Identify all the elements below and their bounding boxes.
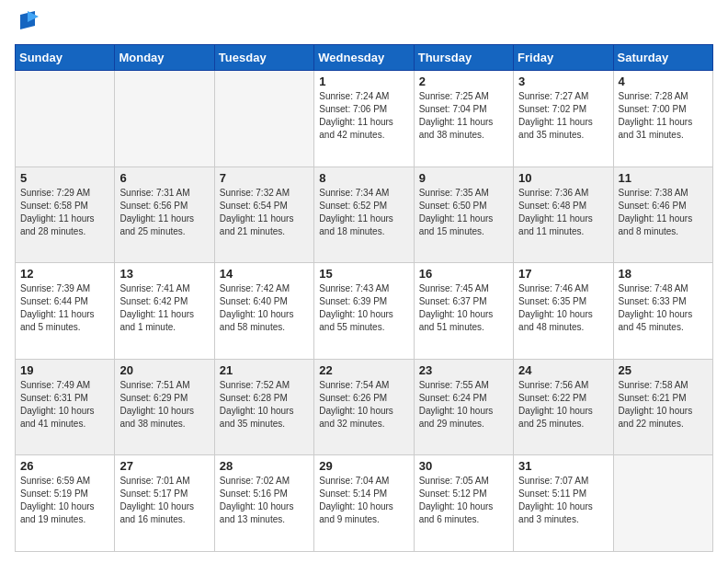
day-info: Sunrise: 7:45 AM Sunset: 6:37 PM Dayligh… <box>419 282 508 334</box>
day-number: 17 <box>518 267 608 281</box>
calendar-cell: 11Sunrise: 7:38 AM Sunset: 6:46 PM Dayli… <box>613 167 712 263</box>
calendar-table: SundayMondayTuesdayWednesdayThursdayFrid… <box>15 44 713 552</box>
calendar-cell: 26Sunrise: 6:59 AM Sunset: 5:19 PM Dayli… <box>16 455 115 552</box>
calendar-cell: 15Sunrise: 7:43 AM Sunset: 6:39 PM Dayli… <box>314 263 414 360</box>
day-info: Sunrise: 7:54 AM Sunset: 6:26 PM Dayligh… <box>319 379 408 431</box>
calendar-cell: 19Sunrise: 7:49 AM Sunset: 6:31 PM Dayli… <box>16 359 115 455</box>
day-number: 16 <box>419 267 508 281</box>
day-info: Sunrise: 7:28 AM Sunset: 7:00 PM Dayligh… <box>619 90 708 142</box>
day-info: Sunrise: 7:01 AM Sunset: 5:17 PM Dayligh… <box>119 475 209 526</box>
day-header-thursday: Thursday <box>414 45 513 71</box>
calendar-cell: 2Sunrise: 7:25 AM Sunset: 7:04 PM Daylig… <box>414 71 513 167</box>
calendar-cell: 17Sunrise: 7:46 AM Sunset: 6:35 PM Dayli… <box>514 263 613 360</box>
day-info: Sunrise: 7:43 AM Sunset: 6:39 PM Dayligh… <box>319 282 408 334</box>
calendar-cell: 30Sunrise: 7:05 AM Sunset: 5:12 PM Dayli… <box>414 455 513 552</box>
day-number: 1 <box>319 75 408 88</box>
day-info: Sunrise: 7:05 AM Sunset: 5:12 PM Dayligh… <box>419 475 508 526</box>
header <box>15 11 713 35</box>
day-info: Sunrise: 7:42 AM Sunset: 6:40 PM Dayligh… <box>220 282 309 334</box>
calendar-cell: 28Sunrise: 7:02 AM Sunset: 5:16 PM Dayli… <box>214 455 313 552</box>
day-info: Sunrise: 7:31 AM Sunset: 6:56 PM Dayligh… <box>119 187 209 238</box>
calendar-cell: 1Sunrise: 7:24 AM Sunset: 7:06 PM Daylig… <box>314 71 414 167</box>
calendar-week-2: 5Sunrise: 7:29 AM Sunset: 6:58 PM Daylig… <box>16 167 713 263</box>
calendar-cell <box>115 71 214 167</box>
day-info: Sunrise: 7:24 AM Sunset: 7:06 PM Dayligh… <box>319 90 408 142</box>
calendar-cell: 16Sunrise: 7:45 AM Sunset: 6:37 PM Dayli… <box>414 263 513 360</box>
calendar-cell <box>214 71 313 167</box>
day-info: Sunrise: 7:04 AM Sunset: 5:14 PM Dayligh… <box>319 475 408 526</box>
calendar-cell: 21Sunrise: 7:52 AM Sunset: 6:28 PM Dayli… <box>214 359 313 455</box>
calendar-cell: 8Sunrise: 7:34 AM Sunset: 6:52 PM Daylig… <box>314 167 414 263</box>
day-info: Sunrise: 7:07 AM Sunset: 5:11 PM Dayligh… <box>518 475 608 526</box>
day-info: Sunrise: 7:29 AM Sunset: 6:58 PM Dayligh… <box>20 187 109 238</box>
day-number: 3 <box>518 75 608 88</box>
day-number: 22 <box>319 363 408 377</box>
calendar-cell: 23Sunrise: 7:55 AM Sunset: 6:24 PM Dayli… <box>414 359 513 455</box>
day-header-sunday: Sunday <box>16 45 115 71</box>
day-number: 5 <box>20 171 109 185</box>
day-info: Sunrise: 7:39 AM Sunset: 6:44 PM Dayligh… <box>20 282 109 334</box>
day-number: 7 <box>220 171 309 185</box>
day-info: Sunrise: 7:56 AM Sunset: 6:22 PM Dayligh… <box>518 379 608 431</box>
day-info: Sunrise: 7:32 AM Sunset: 6:54 PM Dayligh… <box>220 187 309 238</box>
day-number: 29 <box>319 459 408 473</box>
calendar-cell: 27Sunrise: 7:01 AM Sunset: 5:17 PM Dayli… <box>115 455 214 552</box>
day-info: Sunrise: 7:38 AM Sunset: 6:46 PM Dayligh… <box>619 187 708 238</box>
calendar-cell: 25Sunrise: 7:58 AM Sunset: 6:21 PM Dayli… <box>613 359 712 455</box>
day-info: Sunrise: 7:58 AM Sunset: 6:21 PM Dayligh… <box>619 379 708 431</box>
calendar-cell: 14Sunrise: 7:42 AM Sunset: 6:40 PM Dayli… <box>214 263 313 360</box>
calendar-cell: 20Sunrise: 7:51 AM Sunset: 6:29 PM Dayli… <box>115 359 214 455</box>
day-number: 9 <box>419 171 508 185</box>
day-info: Sunrise: 7:49 AM Sunset: 6:31 PM Dayligh… <box>20 379 109 431</box>
day-info: Sunrise: 7:41 AM Sunset: 6:42 PM Dayligh… <box>119 282 209 334</box>
day-number: 2 <box>419 75 508 88</box>
day-number: 14 <box>220 267 309 281</box>
calendar-cell: 29Sunrise: 7:04 AM Sunset: 5:14 PM Dayli… <box>314 455 414 552</box>
day-info: Sunrise: 7:02 AM Sunset: 5:16 PM Dayligh… <box>220 475 309 526</box>
day-number: 23 <box>419 363 508 377</box>
calendar-cell: 22Sunrise: 7:54 AM Sunset: 6:26 PM Dayli… <box>314 359 414 455</box>
day-number: 28 <box>220 459 309 473</box>
day-number: 20 <box>119 363 209 377</box>
calendar-cell: 9Sunrise: 7:35 AM Sunset: 6:50 PM Daylig… <box>414 167 513 263</box>
day-number: 4 <box>619 75 708 88</box>
day-header-friday: Friday <box>514 45 613 71</box>
day-info: Sunrise: 7:51 AM Sunset: 6:29 PM Dayligh… <box>119 379 209 431</box>
calendar-cell: 6Sunrise: 7:31 AM Sunset: 6:56 PM Daylig… <box>115 167 214 263</box>
day-number: 24 <box>518 363 608 377</box>
logo-icon <box>17 9 39 35</box>
day-info: Sunrise: 7:35 AM Sunset: 6:50 PM Dayligh… <box>419 187 508 238</box>
day-number: 12 <box>20 267 109 281</box>
day-header-saturday: Saturday <box>613 45 712 71</box>
day-header-wednesday: Wednesday <box>314 45 414 71</box>
day-number: 15 <box>319 267 408 281</box>
day-info: Sunrise: 7:46 AM Sunset: 6:35 PM Dayligh… <box>518 282 608 334</box>
day-info: Sunrise: 7:34 AM Sunset: 6:52 PM Dayligh… <box>319 187 408 238</box>
calendar-cell: 3Sunrise: 7:27 AM Sunset: 7:02 PM Daylig… <box>514 71 613 167</box>
calendar-week-4: 19Sunrise: 7:49 AM Sunset: 6:31 PM Dayli… <box>16 359 713 455</box>
calendar-cell: 10Sunrise: 7:36 AM Sunset: 6:48 PM Dayli… <box>514 167 613 263</box>
calendar-cell: 24Sunrise: 7:56 AM Sunset: 6:22 PM Dayli… <box>514 359 613 455</box>
calendar-cell: 7Sunrise: 7:32 AM Sunset: 6:54 PM Daylig… <box>214 167 313 263</box>
day-number: 19 <box>20 363 109 377</box>
calendar-week-3: 12Sunrise: 7:39 AM Sunset: 6:44 PM Dayli… <box>16 263 713 360</box>
calendar-header-row: SundayMondayTuesdayWednesdayThursdayFrid… <box>16 45 713 71</box>
calendar-cell <box>613 455 712 552</box>
calendar-cell: 13Sunrise: 7:41 AM Sunset: 6:42 PM Dayli… <box>115 263 214 360</box>
day-number: 13 <box>119 267 209 281</box>
day-info: Sunrise: 7:27 AM Sunset: 7:02 PM Dayligh… <box>518 90 608 142</box>
day-info: Sunrise: 7:55 AM Sunset: 6:24 PM Dayligh… <box>419 379 508 431</box>
calendar-cell: 5Sunrise: 7:29 AM Sunset: 6:58 PM Daylig… <box>16 167 115 263</box>
calendar-cell: 18Sunrise: 7:48 AM Sunset: 6:33 PM Dayli… <box>613 263 712 360</box>
calendar-week-5: 26Sunrise: 6:59 AM Sunset: 5:19 PM Dayli… <box>16 455 713 552</box>
day-header-tuesday: Tuesday <box>214 45 313 71</box>
day-header-monday: Monday <box>115 45 214 71</box>
day-info: Sunrise: 7:52 AM Sunset: 6:28 PM Dayligh… <box>220 379 309 431</box>
day-number: 11 <box>619 171 708 185</box>
day-number: 18 <box>619 267 708 281</box>
day-number: 27 <box>119 459 209 473</box>
day-info: Sunrise: 6:59 AM Sunset: 5:19 PM Dayligh… <box>20 475 109 526</box>
day-number: 6 <box>119 171 209 185</box>
day-number: 10 <box>518 171 608 185</box>
day-number: 25 <box>619 363 708 377</box>
